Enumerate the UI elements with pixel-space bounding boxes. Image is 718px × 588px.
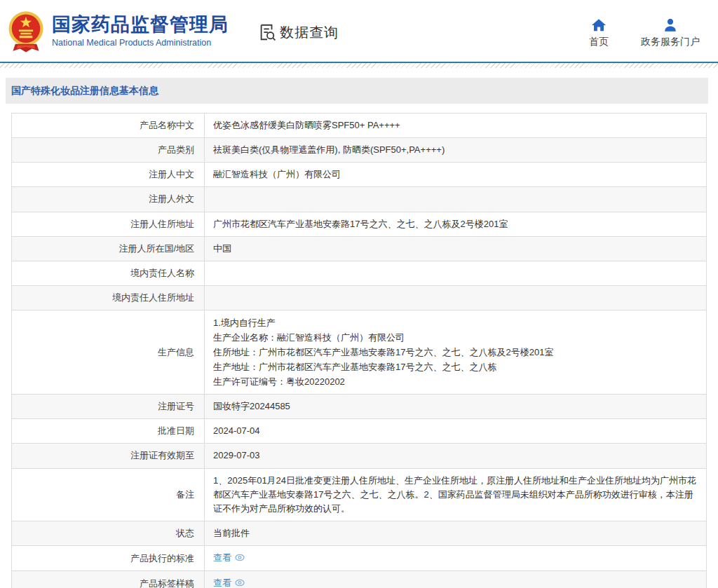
row-value: 祛斑美白类(仅具物理遮盖作用), 防晒类(SPF50+,PA++++) — [205, 138, 707, 163]
row-label: 产品类别 — [12, 138, 205, 163]
row-value — [205, 285, 707, 310]
row-label: 备注 — [12, 468, 205, 521]
data-query-section[interactable]: 数据查询 — [258, 23, 339, 42]
table-row: 产品标签样稿查看 — [12, 571, 707, 588]
row-label: 生产信息 — [12, 310, 205, 395]
national-emblem-logo — [7, 9, 45, 54]
table-row: 注册证号国妆特字20244585 — [12, 395, 707, 419]
table-row: 备注1、2025年01月24日批准变更注册人住所地址、生产企业住所地址，原注册人… — [12, 468, 707, 521]
nav-home[interactable]: 首页 — [589, 18, 609, 48]
production-info-line: 住所地址：广州市花都区汽车产业基地安泰路17号之六、之七、之八栋及2号楼201室 — [213, 345, 698, 360]
row-label: 注册人所在国/地区 — [12, 236, 205, 261]
header-separator-hatch — [0, 63, 718, 68]
row-value: 中国 — [205, 236, 707, 261]
row-label: 产品名称中文 — [12, 114, 205, 138]
org-subtitle: National Medical Products Administration — [52, 38, 229, 48]
row-label: 境内责任人名称 — [12, 261, 205, 285]
production-info-line: 生产企业名称：融汇智造科技（广州）有限公司 — [213, 330, 698, 345]
row-value: 查看 — [205, 571, 707, 588]
production-info-line: 生产地址：广州市花都区汽车产业基地安泰路17号之六、之七、之八栋 — [213, 360, 698, 374]
row-label: 产品执行的标准 — [12, 546, 205, 571]
view-link[interactable]: 查看 — [213, 552, 231, 563]
row-value — [205, 261, 707, 285]
row-value: 广州市花都区汽车产业基地安泰路17号之六、之七、之八栋及2号楼201室 — [205, 212, 707, 236]
row-value — [205, 187, 707, 212]
row-value: 查看 — [205, 546, 707, 571]
table-row: 注册人外文 — [12, 187, 707, 212]
production-info-line: 生产许可证编号：粤妆20220202 — [213, 374, 698, 389]
table-row: 注册证有效期至2029-07-03 — [12, 444, 707, 468]
row-value: 1、2025年01月24日批准变更注册人住所地址、生产企业住所地址，原注册人住所… — [205, 468, 707, 521]
row-label: 批准日期 — [12, 419, 205, 444]
table-row: 注册人所在国/地区中国 — [12, 236, 707, 261]
table-row: 境内责任人住所地址 — [12, 285, 707, 310]
row-value: 融汇智造科技（广州）有限公司 — [205, 163, 707, 187]
nav-gov-portal-label: 政务服务门户 — [641, 36, 700, 48]
person-icon — [663, 18, 678, 33]
table-row: 产品名称中文优姿色冰感舒缓美白防晒喷雾SPF50+ PA++++ — [12, 114, 707, 138]
row-value: 当前批件 — [205, 521, 707, 545]
table-row: 注册人中文融汇智造科技（广州）有限公司 — [12, 163, 707, 187]
page-title: 国产特殊化妆品注册信息基本信息 — [11, 85, 158, 96]
row-label: 境内责任人住所地址 — [12, 285, 205, 310]
row-value: 1.境内自行生产生产企业名称：融汇智造科技（广州）有限公司住所地址：广州市花都区… — [205, 310, 707, 395]
row-label: 状态 — [12, 521, 205, 545]
row-value: 国妆特字20244585 — [205, 395, 707, 419]
row-value: 优姿色冰感舒缓美白防晒喷雾SPF50+ PA++++ — [205, 114, 707, 138]
org-title: 国家药品监督管理局 — [52, 14, 229, 36]
org-title-block: 国家药品监督管理局 National Medical Products Admi… — [52, 14, 229, 47]
production-info-line: 1.境内自行生产 — [213, 315, 698, 330]
row-value: 2029-07-03 — [205, 444, 707, 468]
registration-info-table: 产品名称中文优姿色冰感舒缓美白防晒喷雾SPF50+ PA++++产品类别祛斑美白… — [11, 113, 707, 588]
table-row: 注册人住所地址广州市花都区汽车产业基地安泰路17号之六、之七、之八栋及2号楼20… — [12, 212, 707, 236]
row-label: 注册人外文 — [12, 187, 205, 212]
home-icon — [591, 18, 607, 33]
data-query-label: 数据查询 — [280, 23, 339, 42]
table-row: 境内责任人名称 — [12, 261, 707, 285]
eye-icon — [235, 577, 245, 588]
row-label: 注册证号 — [12, 395, 205, 419]
data-query-icon — [258, 23, 276, 41]
page-title-band: 国产特殊化妆品注册信息基本信息 — [6, 78, 708, 104]
row-value: 2024-07-04 — [205, 419, 707, 444]
table-row: 产品类别祛斑美白类(仅具物理遮盖作用), 防晒类(SPF50+,PA++++) — [12, 138, 707, 163]
row-label: 产品标签样稿 — [12, 571, 205, 588]
nav-gov-portal[interactable]: 政务服务门户 — [641, 18, 700, 48]
table-row: 批准日期2024-07-04 — [12, 419, 707, 444]
row-label: 注册人住所地址 — [12, 212, 205, 236]
registration-info-table-wrap: 产品名称中文优姿色冰感舒缓美白防晒喷雾SPF50+ PA++++产品类别祛斑美白… — [11, 113, 707, 588]
site-header: 国家药品监督管理局 National Medical Products Admi… — [0, 0, 718, 62]
table-row: 生产信息1.境内自行生产生产企业名称：融汇智造科技（广州）有限公司住所地址：广州… — [12, 310, 707, 395]
row-label: 注册证有效期至 — [12, 444, 205, 468]
table-row: 状态当前批件 — [12, 521, 707, 545]
table-row: 产品执行的标准查看 — [12, 546, 707, 571]
row-label: 注册人中文 — [12, 163, 205, 187]
view-link[interactable]: 查看 — [213, 577, 231, 588]
header-nav: 首页 政务服务门户 — [589, 18, 700, 48]
eye-icon — [235, 552, 245, 566]
nav-home-label: 首页 — [589, 36, 609, 48]
